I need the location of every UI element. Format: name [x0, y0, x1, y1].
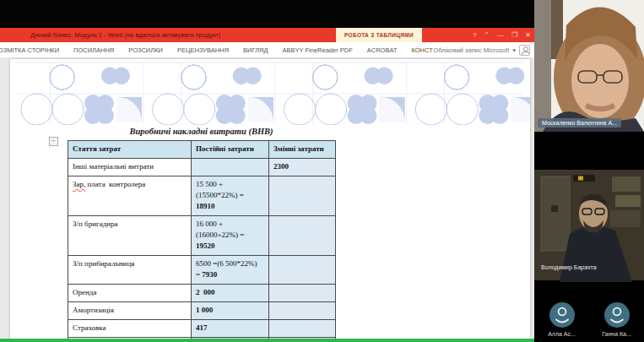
participant-name-label: Алла Ас... — [534, 331, 589, 337]
person-avatar-icon — [549, 302, 575, 331]
variable-cost-cell[interactable] — [269, 176, 336, 216]
variable-cost-cell[interactable] — [269, 320, 336, 338]
expense-item-cell[interactable]: Амортизація — [68, 302, 192, 320]
table-row[interactable]: Оренда2 000 — [68, 285, 336, 302]
variable-cost-cell[interactable] — [269, 285, 336, 302]
ribbon-tab[interactable]: ABBYY FineReader PDF — [283, 46, 353, 54]
document-page[interactable]: Виробничі накладні витрати (ВНВ) ÷ Статт… — [10, 59, 530, 339]
ribbon-tab[interactable]: РОЗСИЛКИ — [128, 46, 163, 54]
close-button[interactable]: ✕ — [525, 28, 531, 42]
share-border-green — [0, 339, 534, 342]
minimize-button[interactable]: — — [497, 28, 504, 42]
fixed-cost-cell[interactable]: 2 000 — [192, 285, 269, 302]
table-row[interactable]: Інші матеріальні витрати2300 — [68, 159, 336, 176]
variable-cost-cell[interactable] — [269, 256, 336, 285]
table-header-cell[interactable]: Змінні затрати — [269, 141, 336, 159]
table-header-row[interactable]: Стаття затратПостійні затратиЗмінні затр… — [68, 141, 336, 159]
expense-item-cell[interactable]: Оренда — [68, 285, 192, 302]
microsoft-account[interactable]: Обліковий запис Microsoft ▾ — [433, 42, 530, 57]
word-title-bar: Діючий бізнес: Модуль 1 - Word (не вдало… — [0, 28, 534, 42]
audio-tile-hanna[interactable]: Ганна Ка... — [589, 283, 644, 342]
ribbon-tab[interactable]: РЕЦЕНЗУВАННЯ — [177, 46, 229, 54]
window-controls: ? ⌃ — ❐ ✕ — [473, 28, 531, 42]
fixed-cost-cell[interactable]: 417 — [192, 320, 269, 338]
expense-item-cell[interactable]: Зар, плата контролера — [68, 176, 192, 216]
fixed-cost-cell[interactable]: 1 000 — [192, 302, 269, 320]
fixed-cost-cell[interactable]: 15 500 +(15500*22%) =18910 — [192, 176, 269, 216]
expense-item-cell[interactable]: Страховка — [68, 320, 192, 338]
document-area: Виробничі накладні витрати (ВНВ) ÷ Статт… — [0, 57, 534, 342]
video-tile-barakhta[interactable]: Володимир Барахта — [534, 133, 644, 282]
participant-name-label: Володимир Барахта — [541, 264, 597, 270]
table-header-cell[interactable]: Постійні затрати — [192, 141, 269, 159]
table-row[interactable]: Страховка417 — [68, 320, 336, 338]
expense-item-cell[interactable]: З/п прибиральниця — [68, 256, 192, 285]
participant-video — [534, 0, 644, 132]
fixed-cost-cell[interactable] — [192, 159, 269, 176]
meeting-screen: Діючий бізнес: Модуль 1 - Word (не вдало… — [0, 0, 644, 342]
variable-cost-cell[interactable] — [269, 302, 336, 320]
table-row[interactable]: З/п прибиральниця6500 =(6 500*22%)= 7930 — [68, 256, 336, 285]
person-avatar-icon — [604, 302, 630, 331]
account-label: Обліковий запис Microsoft — [433, 46, 509, 54]
table-row[interactable]: З/п бригадира16 000 +(16000+22%) =19520 — [68, 216, 336, 256]
video-tile-moskalenko[interactable]: Москаленко Валентина А... — [534, 0, 644, 132]
document-title: Виробничі накладні витрати (ВНВ) — [68, 127, 335, 136]
window-title: Діючий бізнес: Модуль 1 - Word (не вдало… — [30, 31, 220, 39]
table-row[interactable]: Зар, плата контролера15 500 +(15500*22%)… — [68, 176, 336, 216]
participant-name-label: Москаленко Валентина А... — [538, 118, 621, 128]
variable-cost-cell[interactable] — [269, 216, 336, 256]
table-header-cell[interactable]: Стаття затрат — [68, 141, 192, 159]
help-icon[interactable]: ? — [473, 28, 476, 42]
account-avatar-icon — [519, 45, 530, 56]
ribbon-tab[interactable]: ВИГЛЯД — [243, 46, 268, 54]
fixed-cost-cell[interactable]: 6500 =(6 500*22%)= 7930 — [192, 256, 269, 285]
variable-cost-cell[interactable]: 2300 — [269, 159, 336, 176]
ribbon-tab[interactable]: РОЗМІТКА СТОРІНКИ — [0, 46, 59, 54]
chevron-down-icon: ▾ — [512, 46, 516, 54]
participant-video — [534, 133, 644, 282]
participants-sidebar: Москаленко Валентина А... — [534, 0, 644, 342]
ribbon-tab[interactable]: ПОСИЛАННЯ — [73, 46, 114, 54]
ribbon-tab[interactable]: ACROBAT — [367, 46, 398, 54]
ribbon-tabs: РОЗМІТКА СТОРІНКИПОСИЛАННЯРОЗСИЛКИРЕЦЕНЗ… — [0, 46, 493, 54]
expense-item-cell[interactable]: Інші матеріальні витрати — [68, 159, 192, 176]
audio-tile-alla[interactable]: Алла Ас... — [534, 283, 589, 342]
screen-share-area: Діючий бізнес: Модуль 1 - Word (не вдало… — [0, 0, 534, 342]
table-move-handle[interactable]: ÷ — [49, 137, 58, 146]
fixed-cost-cell[interactable]: 16 000 +(16000+22%) =19520 — [192, 216, 269, 256]
restore-button[interactable]: ❐ — [511, 28, 517, 42]
decorative-pattern — [10, 62, 530, 125]
contextual-tab-badge: РОБОТА З ТАБЛИЦЯМИ — [336, 28, 422, 42]
expense-item-cell[interactable]: З/п бригадира — [68, 216, 192, 256]
table-row[interactable]: Амортизація1 000 — [68, 302, 336, 320]
ribbon-options-icon[interactable]: ⌃ — [484, 28, 490, 42]
participant-name-label: Ганна Ка... — [589, 331, 644, 337]
expenses-table[interactable]: Стаття затратПостійні затратиЗмінні затр… — [68, 140, 336, 339]
screen-share-top-bar — [0, 0, 534, 28]
